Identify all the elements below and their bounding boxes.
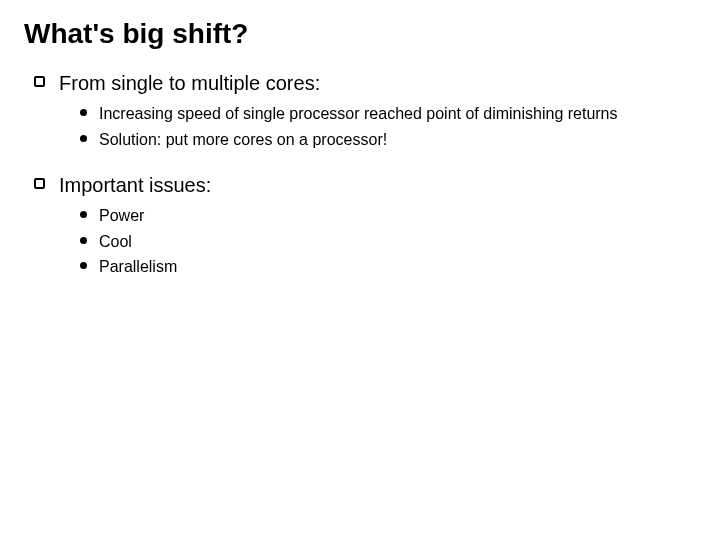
- disc-bullet-icon: [80, 135, 87, 142]
- bullet-level1: From single to multiple cores:: [34, 70, 696, 97]
- bullet-level2: Power: [80, 205, 696, 227]
- disc-bullet-icon: [80, 211, 87, 218]
- bullet-text: Solution: put more cores on a processor!: [99, 129, 387, 151]
- bullet-level2: Parallelism: [80, 256, 696, 278]
- bullet-text: Increasing speed of single processor rea…: [99, 103, 618, 125]
- bullet-level2: Cool: [80, 231, 696, 253]
- bullet-text: Parallelism: [99, 256, 177, 278]
- disc-bullet-icon: [80, 237, 87, 244]
- bullet-level2: Solution: put more cores on a processor!: [80, 129, 696, 151]
- disc-bullet-icon: [80, 109, 87, 116]
- square-bullet-icon: [34, 178, 45, 189]
- slide: What's big shift? From single to multipl…: [0, 0, 720, 540]
- bullet-level2: Increasing speed of single processor rea…: [80, 103, 696, 125]
- slide-title: What's big shift?: [24, 18, 696, 50]
- bullet-text: Power: [99, 205, 144, 227]
- square-bullet-icon: [34, 76, 45, 87]
- bullet-level1: Important issues:: [34, 172, 696, 199]
- disc-bullet-icon: [80, 262, 87, 269]
- bullet-text: Important issues:: [59, 172, 211, 199]
- bullet-text: Cool: [99, 231, 132, 253]
- bullet-text: From single to multiple cores:: [59, 70, 320, 97]
